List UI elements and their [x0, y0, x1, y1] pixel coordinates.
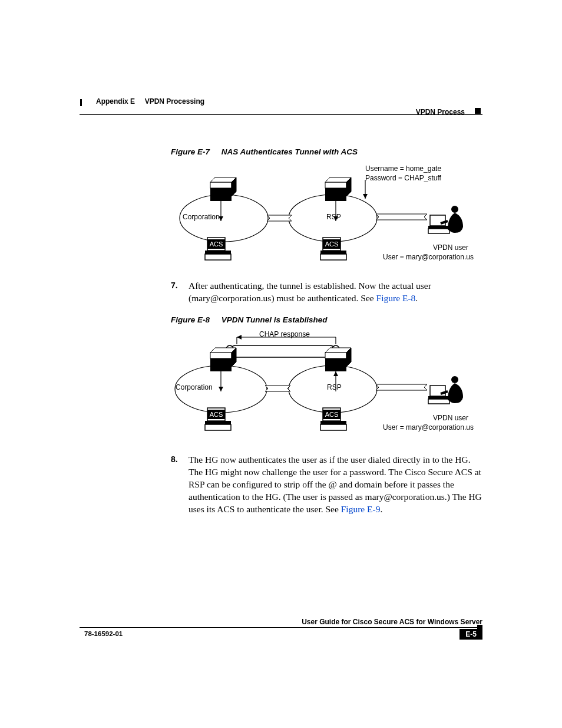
figure-e8-caption: Figure E-8 VPDN Tunnel is Established: [171, 315, 482, 324]
svg-rect-51: [320, 421, 346, 424]
figure-e8-rsp-label: RSP: [327, 383, 342, 393]
figure-e7-corp-label: Corporation: [183, 213, 220, 222]
svg-rect-4: [210, 187, 232, 201]
figure-e8-xref[interactable]: Figure E-8: [376, 293, 416, 303]
header-ornament-left: [80, 99, 82, 106]
figure-e8-chap-label: CHAP response: [259, 330, 310, 340]
step-8: 8. The HG now authenticates the user as …: [171, 454, 482, 516]
footer-bar: 78-16592-01 E-5: [80, 629, 482, 640]
svg-point-56: [451, 376, 458, 383]
svg-rect-36: [210, 353, 232, 358]
figure-e8-acs-right: ACS: [323, 410, 340, 419]
step-7-text-b: .: [415, 293, 418, 303]
step-7-text: After authenticating, the tunnel is esta…: [189, 280, 482, 305]
header-left: Appendix E VPDN Processing: [96, 97, 204, 106]
header-rule: [80, 114, 482, 115]
step-8-text: The HG now authenticates the user as if …: [189, 454, 482, 516]
step-7-number: 7.: [171, 280, 189, 305]
svg-rect-39: [325, 357, 346, 371]
page-footer: User Guide for Cisco Secure ACS for Wind…: [80, 618, 482, 640]
svg-rect-26: [230, 345, 336, 357]
figure-e7-title: NAS Authenticates Tunnel with ACS: [222, 147, 358, 156]
svg-rect-20: [320, 251, 346, 254]
figure-e7-password: Password = CHAP_stuff: [365, 174, 441, 183]
step-8-text-a: The HG now authenticates the user as if …: [189, 454, 482, 514]
step-8-number: 8.: [171, 454, 189, 516]
svg-rect-18: [205, 254, 231, 260]
svg-rect-5: [210, 182, 232, 188]
appendix-label: Appendix E: [96, 97, 135, 106]
appendix-title: VPDN Processing: [145, 97, 204, 106]
figure-e8-corp-label: Corporation: [176, 383, 213, 393]
figure-e9-xref[interactable]: Figure E-9: [341, 504, 381, 514]
figure-e7-caption: Figure E-7 NAS Authenticates Tunnel with…: [171, 147, 482, 156]
svg-point-25: [451, 206, 458, 213]
svg-rect-8: [325, 187, 346, 201]
document-page: Appendix E VPDN Processing VPDN Process …: [0, 0, 562, 728]
figure-e7-user-line: User = mary@corporation.us: [383, 253, 482, 262]
figure-e8-vpdn-label: VPDN user: [418, 414, 483, 423]
figure-e7-rsp-label: RSP: [326, 213, 341, 222]
footer-rule: [80, 627, 482, 628]
figure-e7-acs-left: ACS: [207, 239, 225, 249]
step-8-text-b: .: [380, 504, 382, 514]
figure-e8-label: Figure E-8: [171, 315, 210, 324]
svg-rect-52: [320, 424, 346, 430]
svg-rect-22: [430, 215, 445, 226]
footer-page-number: E-5: [459, 629, 482, 640]
figure-e8-diagram: CHAP response Corporation RSP ACS ACS VP…: [171, 330, 482, 442]
svg-rect-49: [205, 424, 231, 430]
figure-e7-acs-right: ACS: [323, 239, 340, 249]
header-ornament-right: [475, 108, 481, 114]
figure-e7-diagram: Username = home_gate Password = CHAP_stu…: [171, 162, 482, 268]
figure-e7-label: Figure E-7: [171, 147, 210, 156]
svg-rect-21: [320, 254, 346, 260]
figure-e8-user-line: User = mary@corporation.us: [383, 423, 482, 433]
figure-e7-vpdn-label: VPDN user: [418, 243, 483, 253]
figure-e7-username: Username = home_gate: [365, 164, 441, 174]
svg-rect-24: [428, 229, 449, 233]
svg-rect-17: [205, 251, 231, 254]
body-content: Figure E-7 NAS Authenticates Tunnel with…: [171, 147, 482, 526]
svg-marker-30: [237, 335, 242, 340]
svg-rect-40: [325, 353, 346, 358]
figure-e8-acs-left: ACS: [207, 410, 225, 419]
svg-rect-48: [205, 421, 231, 424]
svg-rect-53: [430, 386, 445, 396]
step-7: 7. After authenticating, the tunnel is e…: [171, 280, 482, 305]
svg-rect-55: [428, 399, 449, 404]
footer-doc-number: 78-16592-01: [84, 630, 123, 637]
footer-guide-title: User Guide for Cisco Secure ACS for Wind…: [80, 618, 482, 626]
figure-e8-title: VPDN Tunnel is Established: [222, 315, 328, 324]
svg-rect-35: [210, 357, 232, 371]
svg-marker-3: [363, 194, 368, 199]
svg-rect-9: [325, 182, 346, 188]
